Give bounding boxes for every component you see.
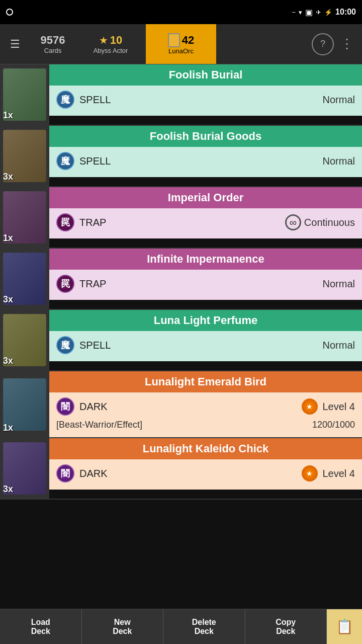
type-icon: 罠 xyxy=(56,275,74,293)
status-right: − ▾ ▣ ✈ ⚡ 10:00 xyxy=(292,8,356,17)
list-item[interactable]: 1x Lunalight Emerald Bird 闇 DARK Level 4 xyxy=(0,371,362,438)
cards-label: Cards xyxy=(44,47,62,54)
card-type-label: SPELL xyxy=(79,155,111,167)
card-info: Infinite Impermanence 罠 TRAP Normal xyxy=(49,249,362,309)
card-count: 3x xyxy=(3,484,13,495)
card-info: Lunalight Emerald Bird 闇 DARK Level 4 [B… xyxy=(49,371,362,437)
nav-lunaorc-tab[interactable]: 42 LunaOrc xyxy=(146,24,216,64)
card-name: Imperial Order xyxy=(49,187,362,208)
abyss-label: Abyss Actor xyxy=(94,47,128,54)
help-button[interactable]: ? xyxy=(312,33,334,55)
card-subtype: Normal xyxy=(323,278,355,290)
bottom-bar: Load Deck New Deck Delete Deck Copy Deck… xyxy=(0,609,362,644)
type-icon: 闇 xyxy=(56,464,74,482)
more-icon: ⋮ xyxy=(340,36,353,52)
copy-deck-button[interactable]: Copy Deck xyxy=(245,609,327,644)
nav-cards-tab[interactable]: 9576 Cards xyxy=(30,24,75,64)
card-type-row: 闇 DARK Level 4 xyxy=(56,397,355,416)
help-icon: ? xyxy=(320,39,325,49)
card-info: Imperial Order 罠 TRAP Continuous xyxy=(49,187,362,248)
load-deck-button[interactable]: Load Deck xyxy=(0,609,82,644)
nav-right-controls: ? ⋮ xyxy=(308,24,362,64)
card-count: 3x xyxy=(3,172,13,182)
level-icon xyxy=(302,398,318,415)
card-count: 1x xyxy=(3,110,13,121)
card-subtype: Continuous xyxy=(285,214,355,230)
card-count: 1x xyxy=(3,423,13,433)
card-subtype: Normal xyxy=(323,340,355,351)
more-menu-button[interactable]: ⋮ xyxy=(336,33,358,55)
card-info: Luna Light Perfume 魔 SPELL Normal xyxy=(49,310,362,370)
card-subtype: Normal xyxy=(323,94,355,106)
card-name: Foolish Burial Goods xyxy=(49,126,362,147)
card-type-label: SPELL xyxy=(79,340,111,351)
card-thumbnail: 3x xyxy=(0,438,49,499)
status-left xyxy=(6,9,13,16)
list-item[interactable]: 3x Foolish Burial Goods 魔 SPELL Normal xyxy=(0,126,362,187)
airplane-icon: ✈ xyxy=(316,9,321,16)
card-type-row: 罠 TRAP Normal xyxy=(56,275,355,293)
card-type-label: SPELL xyxy=(79,94,111,106)
card-details: 魔 SPELL Normal xyxy=(49,147,362,177)
lunaorc-count: 42 xyxy=(182,34,194,47)
network-icon: ▣ xyxy=(305,8,313,17)
card-details: 罠 TRAP Normal xyxy=(49,270,362,300)
star-icon: ★ xyxy=(99,34,108,46)
list-item[interactable]: 3x Lunalight Kaleido Chick 闇 DARK Level … xyxy=(0,438,362,500)
subtype-label: Normal xyxy=(323,340,355,351)
list-item[interactable]: 1x Foolish Burial 魔 SPELL Normal xyxy=(0,64,362,126)
type-icon: 魔 xyxy=(56,152,74,170)
card-type-label: TRAP xyxy=(79,217,106,228)
type-icon: 魔 xyxy=(56,91,74,109)
card-thumbnail: 3x xyxy=(0,310,49,370)
list-item[interactable]: 3x Infinite Impermanence 罠 TRAP Normal xyxy=(0,249,362,310)
hamburger-icon: ☰ xyxy=(10,38,20,51)
card-type-label: TRAP xyxy=(79,278,106,290)
card-type-row: 罠 TRAP Continuous xyxy=(56,213,355,231)
new-deck-button[interactable]: New Deck xyxy=(82,609,164,644)
delete-deck-button[interactable]: Delete Deck xyxy=(163,609,245,644)
subtype-label: Level 4 xyxy=(323,468,355,479)
nav-menu-button[interactable]: ☰ xyxy=(0,24,30,64)
card-subtype: Level 4 xyxy=(302,465,355,481)
card-thumbnail: 3x xyxy=(0,249,49,309)
card-stats: 1200/1000 xyxy=(312,420,355,430)
wifi-icon: ▾ xyxy=(299,9,302,16)
card-count: 3x xyxy=(3,356,13,366)
card-type-row: 魔 SPELL Normal xyxy=(56,336,355,354)
card-name: Foolish Burial xyxy=(49,64,362,86)
card-type-row: 魔 SPELL Normal xyxy=(56,91,355,109)
card-thumbnail: 3x xyxy=(0,126,49,186)
subtype-label: Normal xyxy=(323,94,355,106)
card-name: Lunalight Kaleido Chick xyxy=(49,438,362,459)
type-icon: 罠 xyxy=(56,213,74,231)
card-thumbnail: 1x xyxy=(0,371,49,437)
card-details: 魔 SPELL Normal xyxy=(49,331,362,361)
card-thumbnail: 1x xyxy=(0,187,49,248)
clipboard-icon: 📋 xyxy=(336,618,353,635)
time-display: 10:00 xyxy=(335,8,356,17)
card-list[interactable]: 1x Foolish Burial 魔 SPELL Normal xyxy=(0,64,362,609)
level-icon xyxy=(302,465,318,481)
nav-bar: ☰ 9576 Cards ★ 10 Abyss Actor 42 LunaOrc… xyxy=(0,24,362,64)
list-item[interactable]: 3x Luna Light Perfume 魔 SPELL Normal xyxy=(0,310,362,371)
card-name: Luna Light Perfume xyxy=(49,310,362,331)
card-subtype: Normal xyxy=(323,155,355,167)
card-type-row: 闇 DARK Level 4 xyxy=(56,464,355,482)
card-info: Lunalight Kaleido Chick 闇 DARK Level 4 xyxy=(49,438,362,499)
card-details: 闇 DARK Level 4 [Beast-Warrior/Effect] 12… xyxy=(49,392,362,437)
list-item[interactable]: 1x Imperial Order 罠 TRAP Continuous xyxy=(0,187,362,249)
card-details: 闇 DARK Level 4 xyxy=(49,459,362,490)
record-icon xyxy=(6,9,13,16)
minus-icon: − xyxy=(292,9,296,16)
clipboard-button[interactable]: 📋 xyxy=(327,609,362,644)
card-info: Foolish Burial 魔 SPELL Normal xyxy=(49,64,362,125)
card-archetype: [Beast-Warrior/Effect] xyxy=(56,420,142,430)
subtype-label: Level 4 xyxy=(323,401,355,413)
cards-count: 9576 xyxy=(41,34,65,47)
nav-abyss-tab[interactable]: ★ 10 Abyss Actor xyxy=(75,24,146,64)
type-icon: 魔 xyxy=(56,336,74,354)
card-type-label: DARK xyxy=(79,468,108,479)
delete-deck-label: Delete Deck xyxy=(192,618,216,636)
status-bar: − ▾ ▣ ✈ ⚡ 10:00 xyxy=(0,0,362,24)
